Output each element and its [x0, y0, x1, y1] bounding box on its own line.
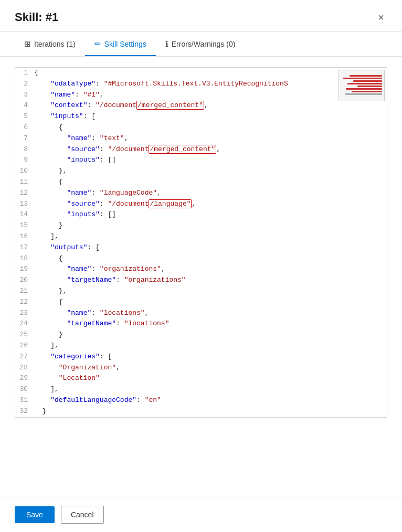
table-row: 11 {: [15, 177, 387, 188]
table-row: 26 ],: [15, 341, 387, 352]
table-row: 31 "defaultLanguageCode": "en": [15, 395, 387, 406]
table-row: 16 ],: [15, 231, 387, 242]
modal-dialog: Skill: #1 × ⊞ Iterations (1) ✏ Skill Set…: [0, 0, 402, 532]
table-row: 32 }: [15, 406, 387, 417]
table-row: 5 "inputs": [: [15, 111, 387, 122]
tab-skill-settings-label: Skill Settings: [104, 40, 146, 48]
tab-iterations-label: Iterations (1): [34, 40, 76, 48]
code-table: 1 { 2 "odataType": "#Microsoft.Skills.Te…: [15, 68, 387, 417]
errors-icon: ℹ: [165, 39, 168, 49]
code-editor[interactable]: 1 { 2 "odataType": "#Microsoft.Skills.Te…: [15, 67, 387, 418]
modal-body: 1 { 2 "odataType": "#Microsoft.Skills.Te…: [0, 57, 402, 497]
skill-settings-icon: ✏: [94, 39, 101, 49]
table-row: 20 "targetName": "organizations": [15, 275, 387, 286]
close-button[interactable]: ×: [375, 11, 387, 24]
table-row: 15 }: [15, 220, 387, 231]
table-row: 24 "targetName": "locations": [15, 318, 387, 329]
table-row: 13 "source": "/document/language",: [15, 199, 387, 210]
iterations-icon: ⊞: [24, 39, 31, 49]
code-thumbnail: [338, 70, 385, 101]
table-row: 30 ],: [15, 384, 387, 395]
modal-header: Skill: #1 ×: [0, 0, 402, 32]
tab-errors-label: Errors/Warnings (0): [172, 40, 236, 48]
table-row: 17 "outputs": [: [15, 242, 387, 253]
tab-bar: ⊞ Iterations (1) ✏ Skill Settings ℹ Erro…: [0, 32, 402, 57]
table-row: 29 "Location": [15, 373, 387, 384]
table-row: 12 "name": "languageCode",: [15, 188, 387, 199]
table-row: 1 {: [15, 68, 387, 79]
table-row: 14 "inputs": []: [15, 209, 387, 220]
table-row: 6 {: [15, 122, 387, 133]
table-row: 7 "name": "text",: [15, 133, 387, 144]
tab-errors[interactable]: ℹ Errors/Warnings (0): [156, 32, 245, 56]
table-row: 25 }: [15, 329, 387, 341]
table-row: 2 "odataType": "#Microsoft.Skills.Text.V…: [15, 79, 387, 90]
table-row: 3 "name": "#1",: [15, 90, 387, 101]
table-row: 21 },: [15, 286, 387, 297]
tab-iterations[interactable]: ⊞ Iterations (1): [15, 32, 85, 56]
table-row: 19 "name": "organizations",: [15, 264, 387, 275]
modal-footer: Save Cancel: [0, 497, 402, 532]
cancel-button[interactable]: Cancel: [61, 506, 104, 524]
table-row: 4 "context": "/document/merged_content",: [15, 100, 387, 111]
table-row: 23 "name": "locations",: [15, 308, 387, 319]
table-row: 27 "categories": [: [15, 352, 387, 363]
table-row: 9 "inputs": []: [15, 155, 387, 166]
modal-title: Skill: #1: [15, 10, 58, 24]
table-row: 22 {: [15, 297, 387, 308]
table-row: 18 {: [15, 253, 387, 264]
table-row: 10 },: [15, 166, 387, 177]
table-row: 8 "source": "/document/merged_content",: [15, 144, 387, 155]
save-button[interactable]: Save: [15, 506, 55, 523]
table-row: 28 "Organization",: [15, 363, 387, 374]
tab-skill-settings[interactable]: ✏ Skill Settings: [85, 32, 156, 56]
